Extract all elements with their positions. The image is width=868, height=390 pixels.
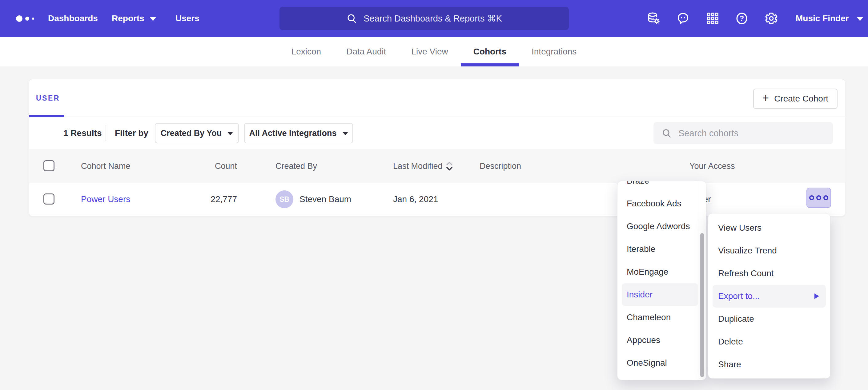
- export-destinations-submenu: Braze Facebook Ads Google Adwords Iterab…: [617, 181, 706, 380]
- table-header-row: Cohort Name Count Created By Last Modifi…: [29, 149, 845, 183]
- avatar: SB: [276, 190, 293, 208]
- feedback-icon[interactable]: [676, 11, 690, 26]
- nav-dashboards[interactable]: Dashboards: [48, 0, 98, 37]
- last-modified-date: Jan 6, 2021: [393, 183, 438, 215]
- search-icon: [346, 13, 358, 24]
- tab-integrations[interactable]: Integrations: [519, 37, 589, 66]
- column-header-created-by[interactable]: Created By: [276, 149, 317, 183]
- search-cohorts-placeholder: Search cohorts: [678, 128, 738, 138]
- data-management-icon[interactable]: [647, 11, 661, 26]
- integrations-filter-dropdown[interactable]: All Active Integrations: [244, 123, 353, 143]
- chevron-down-icon: [150, 17, 156, 21]
- created-by-filter-dropdown[interactable]: Created By You: [155, 123, 239, 143]
- menu-item-onesignal[interactable]: OneSignal: [617, 352, 706, 374]
- scrollbar-thumb[interactable]: [700, 233, 704, 377]
- cohorts-panel: USER + Create Cohort 1 Results Filter by…: [29, 79, 845, 216]
- select-all-checkbox[interactable]: [43, 160, 55, 171]
- settings-gear-icon[interactable]: [764, 11, 778, 26]
- nav-reports[interactable]: Reports: [112, 0, 156, 37]
- create-cohort-button[interactable]: + Create Cohort: [753, 89, 838, 109]
- export-to-label: Export to...: [718, 291, 760, 301]
- top-navbar: Dashboards Reports Users Search Dashboar…: [0, 0, 868, 37]
- chevron-down-icon: [857, 17, 863, 21]
- export-destinations-list: Braze Facebook Ads Google Adwords Iterab…: [617, 181, 706, 374]
- row-context-menu: View Users Visualize Trend Refresh Count…: [708, 213, 831, 379]
- global-search-input[interactable]: Search Dashboards & Reports ⌘K: [279, 7, 569, 30]
- column-header-cohort-name[interactable]: Cohort Name: [81, 149, 130, 183]
- menu-item-delete[interactable]: Delete: [708, 330, 830, 353]
- nav-users[interactable]: Users: [176, 0, 199, 37]
- menu-item-export-to[interactable]: Export to...: [713, 285, 826, 307]
- menu-item-google-adwords[interactable]: Google Adwords: [617, 215, 706, 238]
- logo-dot: [32, 18, 34, 20]
- menu-item-share[interactable]: Share: [708, 353, 830, 376]
- tab-data-audit[interactable]: Data Audit: [334, 37, 399, 66]
- cohort-name-link[interactable]: Power Users: [81, 183, 130, 215]
- menu-item-iterable[interactable]: Iterable: [617, 238, 706, 261]
- menu-item-appcues[interactable]: Appcues: [617, 329, 706, 352]
- tab-lexicon[interactable]: Lexicon: [279, 37, 334, 66]
- menu-item-refresh-count[interactable]: Refresh Count: [708, 262, 830, 285]
- menu-item-facebook-ads[interactable]: Facebook Ads: [617, 192, 706, 215]
- row-checkbox[interactable]: [43, 193, 55, 204]
- global-search-placeholder: Search Dashboards & Reports ⌘K: [364, 13, 502, 24]
- search-icon: [661, 128, 672, 138]
- sort-icon[interactable]: [445, 160, 454, 172]
- created-by-name: Steven Baum: [300, 183, 351, 215]
- table-row: Power Users 22,777 SB Steven Baum Jan 6,…: [29, 183, 845, 215]
- menu-item-chameleon[interactable]: Chameleon: [617, 306, 706, 329]
- logo-dot: [25, 17, 29, 21]
- filter-bar: 1 Results Filter by Created By You All A…: [29, 117, 845, 149]
- apps-grid-icon[interactable]: [706, 11, 720, 26]
- chevron-down-icon: [343, 132, 348, 135]
- filter-by-label: Filter by: [115, 117, 148, 149]
- account-menu[interactable]: Music Finder: [796, 0, 863, 37]
- menu-item-braze[interactable]: Braze: [617, 181, 706, 192]
- more-options-icon: [816, 195, 821, 200]
- more-options-icon: [809, 195, 814, 200]
- chevron-down-icon: [227, 132, 233, 135]
- tab-cohorts[interactable]: Cohorts: [461, 37, 519, 66]
- create-cohort-label: Create Cohort: [774, 94, 828, 104]
- search-cohorts-input[interactable]: Search cohorts: [653, 122, 833, 144]
- menu-item-view-users[interactable]: View Users: [708, 217, 830, 239]
- column-header-last-modified[interactable]: Last Modified: [393, 149, 443, 183]
- scrollbar-track: [698, 181, 698, 380]
- menu-item-visualize-trend[interactable]: Visualize Trend: [708, 239, 830, 262]
- cohorts-panel-header: USER + Create Cohort: [29, 79, 845, 117]
- plus-icon: +: [763, 93, 769, 104]
- results-count: 1 Results: [63, 117, 102, 149]
- divider: [105, 125, 106, 141]
- active-tab-underline: [29, 115, 64, 117]
- tab-user-cohorts[interactable]: USER: [36, 94, 60, 102]
- menu-item-insider[interactable]: Insider: [622, 283, 698, 306]
- column-header-your-access[interactable]: Your Access: [689, 149, 735, 183]
- column-header-description[interactable]: Description: [479, 149, 521, 183]
- chevron-right-icon: [814, 293, 819, 299]
- column-header-count[interactable]: Count: [176, 149, 237, 183]
- cohort-count: 22,777: [176, 183, 237, 215]
- svg-text:?: ?: [740, 14, 744, 23]
- section-tabbar: Lexicon Data Audit Live View Cohorts Int…: [0, 37, 868, 66]
- more-options-icon: [824, 195, 828, 200]
- menu-item-duplicate[interactable]: Duplicate: [708, 307, 830, 330]
- mixpanel-logo[interactable]: [16, 0, 34, 37]
- tab-live-view[interactable]: Live View: [399, 37, 461, 66]
- created-by-filter-value: Created By You: [161, 129, 222, 138]
- menu-item-moengage[interactable]: MoEngage: [617, 261, 706, 283]
- logo-dot: [16, 15, 23, 22]
- help-icon[interactable]: ?: [735, 11, 749, 26]
- row-actions-button[interactable]: [806, 188, 831, 208]
- integrations-filter-value: All Active Integrations: [249, 129, 336, 138]
